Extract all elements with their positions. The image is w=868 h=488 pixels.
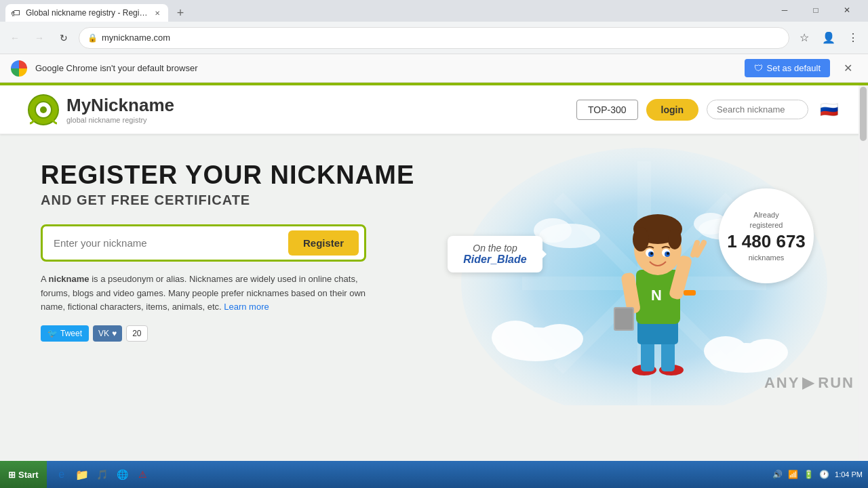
new-tab-button[interactable]: + — [171, 4, 190, 22]
maximize-button[interactable]: □ — [800, 1, 831, 19]
window-controls: ─ □ ✕ — [769, 1, 863, 22]
close-button[interactable]: ✕ — [831, 1, 863, 19]
page-main: MyNickname global nickname registry TOP-… — [0, 85, 868, 461]
search-input[interactable] — [707, 100, 808, 119]
login-button[interactable]: login — [646, 99, 698, 121]
main-section: REGISTER YOUR NICKNAME AND GET FREE CERT… — [0, 134, 868, 405]
taskbar-right: 🔊 📶 🔋 🕐 1:04 PM — [767, 470, 868, 479]
svg-rect-45 — [615, 308, 633, 329]
start-button[interactable]: ⊞ Start — [0, 461, 47, 488]
nickname-input[interactable] — [48, 235, 283, 251]
svg-point-2 — [40, 106, 47, 113]
taskbar-media-icon[interactable]: 🎵 — [93, 465, 112, 484]
set-default-label: Set as default — [767, 63, 821, 73]
svg-point-41 — [650, 252, 653, 255]
header-nav: TOP-300 login 🇷🇺 — [576, 98, 841, 122]
stats-bubble: Already registered 1 480 673 nicknames — [719, 188, 814, 283]
lock-icon: 🔒 — [87, 33, 98, 43]
speech-bubble: On the top Rider_Blade — [448, 236, 542, 272]
stats-label1: Already — [753, 210, 778, 220]
battery-icon[interactable]: 🔋 — [804, 470, 814, 479]
tweet-button[interactable]: 🐦 Tweet — [41, 325, 89, 342]
vk-label: VK — [98, 329, 109, 338]
start-icon: ⊞ — [8, 470, 16, 480]
taskbar-folder-icon[interactable]: 📁 — [73, 465, 92, 484]
hero-title: REGISTER YOUR NICKNAME — [41, 161, 475, 190]
register-form: Register — [41, 224, 366, 262]
site-header: MyNickname global nickname registry TOP-… — [0, 85, 868, 134]
taskbar-chrome-icon[interactable]: 🌐 — [113, 465, 132, 484]
anyrun-watermark: ANY ▶ RUN — [764, 374, 854, 392]
hero-image: N — [434, 148, 827, 405]
back-button[interactable]: ← — [5, 28, 24, 47]
svg-point-17 — [745, 339, 788, 366]
account-icon[interactable]: 👤 — [819, 28, 838, 47]
notification-close-button[interactable]: ✕ — [838, 59, 857, 78]
learn-more-link[interactable]: Learn more — [224, 302, 269, 312]
stats-number: 1 480 673 — [727, 231, 806, 252]
svg-rect-43 — [684, 290, 696, 296]
tab-title: Global nickname registry - Register y — [26, 8, 148, 18]
language-flag[interactable]: 🇷🇺 — [816, 98, 841, 122]
set-default-button[interactable]: 🛡 Set as default — [745, 59, 831, 77]
notification-bar: Google Chrome isn't your default browser… — [0, 54, 868, 83]
bubble-line2: Rider_Blade — [458, 253, 532, 266]
taskbar-icons: e 📁 🎵 🌐 ⚠ — [47, 465, 158, 484]
anyrun-run: RUN — [818, 374, 854, 392]
logo-icon — [27, 94, 60, 126]
anyrun-play-icon: ▶ — [802, 374, 815, 392]
svg-point-13 — [492, 321, 539, 354]
vk-button[interactable]: VK ♥ — [93, 325, 122, 342]
tab-favicon: 🏷 — [11, 7, 22, 18]
page-content: MyNickname global nickname registry TOP-… — [0, 85, 868, 461]
logo-text: MyNickname global nickname registry — [66, 95, 174, 124]
logo-title: MyNickname — [66, 95, 174, 116]
description-bold: nickname — [49, 274, 90, 284]
menu-icon[interactable]: ⋮ — [844, 28, 863, 47]
logo-subtitle: global nickname registry — [66, 116, 174, 124]
active-tab[interactable]: 🏷 Global nickname registry - Register y … — [5, 4, 168, 22]
chrome-logo — [11, 60, 27, 77]
shield-icon: 🛡 — [754, 63, 763, 73]
svg-point-42 — [667, 252, 669, 255]
forward-button[interactable]: → — [30, 28, 49, 47]
svg-text:N: N — [651, 287, 662, 304]
reload-button[interactable]: ↻ — [54, 28, 73, 47]
svg-point-36 — [668, 229, 682, 249]
chrome-window: 🏷 Global nickname registry - Register y … — [0, 0, 868, 461]
network-icon[interactable]: 📶 — [788, 470, 798, 479]
social-buttons: 🐦 Tweet VK ♥ 20 — [41, 325, 475, 342]
taskbar: ⊞ Start e 📁 🎵 🌐 ⚠ 🔊 📶 🔋 🕐 1:04 PM — [0, 461, 868, 488]
scrollbar[interactable] — [859, 85, 868, 461]
bubble-line1: On the top — [458, 243, 532, 253]
title-bar: 🏷 Global nickname registry - Register y … — [0, 0, 868, 22]
svg-point-16 — [704, 336, 747, 366]
bookmark-icon[interactable]: ☆ — [795, 28, 814, 47]
hero-subtitle: AND GET FREE CERTIFICATE — [41, 192, 475, 208]
hero-left: REGISTER YOUR NICKNAME AND GET FREE CERT… — [41, 161, 475, 342]
description-pre: A — [41, 274, 49, 284]
stats-sublabel: nicknames — [749, 253, 785, 262]
stats-label2: registered — [750, 220, 783, 230]
taskbar-ie-icon[interactable]: e — [52, 465, 71, 484]
taskbar-security-icon[interactable]: ⚠ — [134, 465, 153, 484]
notification-text: Google Chrome isn't your default browser — [35, 63, 736, 73]
anyrun-any: ANY — [764, 374, 800, 392]
svg-point-14 — [536, 324, 583, 354]
url-text: mynickname.com — [102, 33, 781, 43]
social-count: 20 — [126, 325, 147, 342]
volume-icon[interactable]: 🔊 — [772, 470, 783, 479]
start-label: Start — [18, 470, 39, 480]
time-icon: 🕐 — [819, 470, 829, 479]
register-button[interactable]: Register — [288, 230, 359, 256]
description-text: A nickname is a pseudonym or alias. Nick… — [41, 272, 366, 314]
description-post: is a pseudonym or alias. Nicknames are w… — [41, 274, 366, 312]
twitter-icon: 🐦 — [47, 329, 58, 338]
scrollbar-thumb[interactable] — [860, 87, 867, 141]
heart-icon: ♥ — [112, 329, 117, 338]
url-bar[interactable]: 🔒 mynickname.com — [79, 27, 789, 49]
top300-button[interactable]: TOP-300 — [576, 100, 638, 120]
tab-close-button[interactable]: ✕ — [152, 7, 163, 18]
tweet-label: Tweet — [60, 329, 82, 338]
minimize-button[interactable]: ─ — [769, 1, 800, 19]
